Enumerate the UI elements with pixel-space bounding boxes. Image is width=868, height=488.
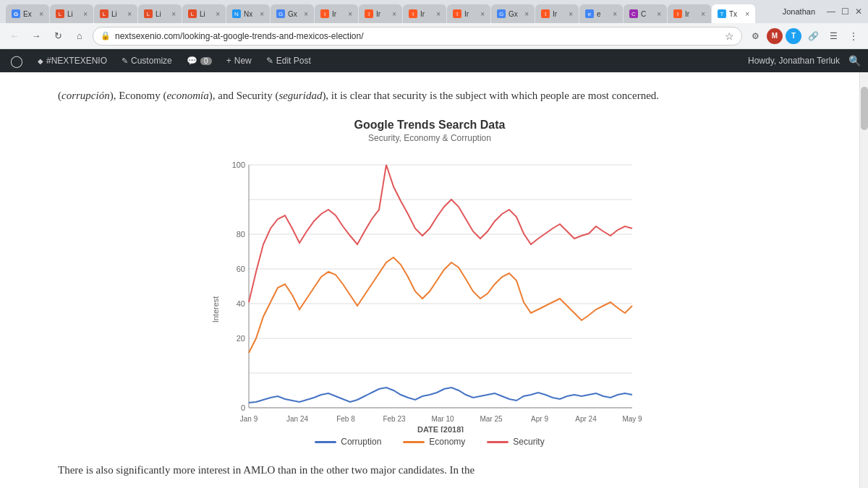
wp-edit-post[interactable]: ✎ Edit Post xyxy=(263,49,314,72)
tab-7[interactable]: GGx× xyxy=(271,4,314,23)
svg-text:Jan 9: Jan 9 xyxy=(240,415,258,423)
lock-icon: 🔒 xyxy=(101,31,111,40)
reload-button[interactable]: ↻ xyxy=(49,27,67,45)
extension-icon-2[interactable]: ☰ xyxy=(825,27,842,45)
close-icon[interactable]: ✕ xyxy=(855,7,862,17)
title-bar: GEx× LLi× LLi× LLi× LLi× NNx× GGx× IIr× … xyxy=(0,0,868,23)
tab-1[interactable]: GEx× xyxy=(6,4,49,23)
bookmark-icon[interactable]: ☆ xyxy=(725,30,734,42)
scrollbar-thumb[interactable] xyxy=(861,87,868,130)
home-button[interactable]: ⌂ xyxy=(71,27,88,45)
legend-security: Security xyxy=(487,437,544,447)
tab-15[interactable]: CC× xyxy=(624,4,667,23)
wp-new[interactable]: + New xyxy=(224,49,255,72)
extension-icon-1[interactable]: 🔗 xyxy=(804,27,822,45)
scrollbar[interactable] xyxy=(859,72,868,488)
chart-title: Google Trends Search Data xyxy=(354,119,506,132)
svg-text:20: 20 xyxy=(237,334,245,343)
tab-8[interactable]: IIr× xyxy=(315,4,358,23)
legend-economy: Economy xyxy=(403,437,465,447)
howdy-text: Howdy, Jonathan Terluk xyxy=(748,56,840,66)
tab-13[interactable]: IIr× xyxy=(535,4,579,23)
tab-14[interactable]: ee× xyxy=(579,4,623,23)
tab-11[interactable]: IIr× xyxy=(447,4,490,23)
nav-actions: ⚙ M T 🔗 ☰ ⋮ xyxy=(746,27,862,45)
comment-icon: 💬 xyxy=(187,56,197,66)
extension-icon-3[interactable]: ⋮ xyxy=(845,27,862,45)
back-button[interactable]: ← xyxy=(6,27,23,45)
svg-text:Apr 24: Apr 24 xyxy=(575,415,597,423)
chart-legend: Corruption Economy Security xyxy=(315,437,544,447)
legend-line-corruption xyxy=(315,441,336,443)
bottom-paragraph: There is also significantly more interes… xyxy=(58,461,801,479)
tab-6[interactable]: NNx× xyxy=(226,4,270,23)
spacer xyxy=(323,49,736,72)
tab-9[interactable]: IIr× xyxy=(359,4,402,23)
tab-16[interactable]: IIr× xyxy=(668,4,711,23)
legend-label-corruption: Corruption xyxy=(341,437,381,447)
svg-text:Feb 8: Feb 8 xyxy=(336,415,355,423)
customize-icon: ✎ xyxy=(122,56,128,66)
chart-svg: Interest 100 80 60 xyxy=(205,150,654,432)
wp-howdy[interactable]: Howdy, Jonathan Terluk xyxy=(745,49,843,72)
minimize-icon[interactable]: — xyxy=(827,7,835,17)
svg-text:Jan 24: Jan 24 xyxy=(286,415,308,423)
edit-icon: ✎ xyxy=(266,56,273,66)
wp-logo-item[interactable]: ◯ xyxy=(7,49,26,72)
forward-button[interactable]: → xyxy=(27,27,45,45)
svg-text:May 9: May 9 xyxy=(622,415,642,423)
legend-label-security: Security xyxy=(513,437,544,447)
svg-text:60: 60 xyxy=(237,265,245,273)
wp-admin-toolbar: ◯ ◆ #NEXTEXENIO ✎ Customize 💬 0 + New ✎ … xyxy=(0,49,868,72)
tab-10[interactable]: IIr× xyxy=(403,4,446,23)
chart-subtitle: Security, Economy & Corruption xyxy=(368,133,491,143)
legend-corruption: Corruption xyxy=(315,437,381,447)
tab-2[interactable]: LLi× xyxy=(50,4,93,23)
svg-text:80: 80 xyxy=(237,230,245,239)
wp-comments[interactable]: 💬 0 xyxy=(184,49,215,72)
tab-4[interactable]: LLi× xyxy=(138,4,182,23)
svg-text:0: 0 xyxy=(241,403,245,412)
search-icon[interactable]: 🔍 xyxy=(848,55,861,67)
svg-text:DATE [2018]: DATE [2018] xyxy=(417,425,464,432)
wp-icon: ◆ xyxy=(38,57,43,65)
tab-3[interactable]: LLi× xyxy=(94,4,137,23)
svg-text:Feb 23: Feb 23 xyxy=(383,415,406,423)
chart-area: Interest 100 80 60 xyxy=(205,150,654,432)
extensions-icon[interactable]: ⚙ xyxy=(746,27,764,45)
user-name: Jonathan xyxy=(783,7,815,16)
profile-icon-red[interactable]: M xyxy=(767,28,783,44)
svg-text:100: 100 xyxy=(232,160,245,169)
legend-line-security xyxy=(487,441,509,443)
legend-label-economy: Economy xyxy=(429,437,465,447)
chart-container: Google Trends Search Data Security, Econ… xyxy=(58,119,801,447)
svg-text:Mar 25: Mar 25 xyxy=(480,415,503,423)
svg-text:Mar 10: Mar 10 xyxy=(431,415,454,423)
tab-5[interactable]: LLi× xyxy=(182,4,226,23)
intro-paragraph: (corrupción), Economy (economía), and Se… xyxy=(58,87,801,104)
wp-toolbar-right: Howdy, Jonathan Terluk 🔍 xyxy=(745,49,861,72)
tab-group: GEx× LLi× LLi× LLi× LLi× NNx× GGx× IIr× … xyxy=(6,0,774,23)
browser-chrome: GEx× LLi× LLi× LLi× LLi× NNx× GGx× IIr× … xyxy=(0,0,868,488)
profile-icon-blue[interactable]: T xyxy=(786,28,801,44)
maximize-icon[interactable]: ☐ xyxy=(841,7,849,17)
plus-icon: + xyxy=(226,56,231,66)
wp-site-name[interactable]: ◆ #NEXTEXENIO xyxy=(35,49,110,72)
wp-logo-icon: ◯ xyxy=(10,54,23,68)
svg-text:40: 40 xyxy=(237,299,245,308)
legend-line-economy xyxy=(403,441,425,443)
wp-customize[interactable]: ✎ Customize xyxy=(119,49,175,72)
nav-bar: ← → ↻ ⌂ 🔒 nextsexenio.com/looking-at-goo… xyxy=(0,23,868,49)
tab-12[interactable]: GGx× xyxy=(491,4,535,23)
page-wrapper: (corrupción), Economy (economía), and Se… xyxy=(0,72,868,488)
svg-text:Interest: Interest xyxy=(211,296,220,323)
content-area: (corrupción), Economy (economía), and Se… xyxy=(0,72,859,488)
address-bar[interactable]: 🔒 nextsexenio.com/looking-at-google-tren… xyxy=(93,27,742,46)
svg-text:Apr 9: Apr 9 xyxy=(531,415,548,423)
tab-17-twitter[interactable]: TTx× xyxy=(712,4,755,23)
address-text: nextsexenio.com/looking-at-google-trends… xyxy=(115,31,720,41)
